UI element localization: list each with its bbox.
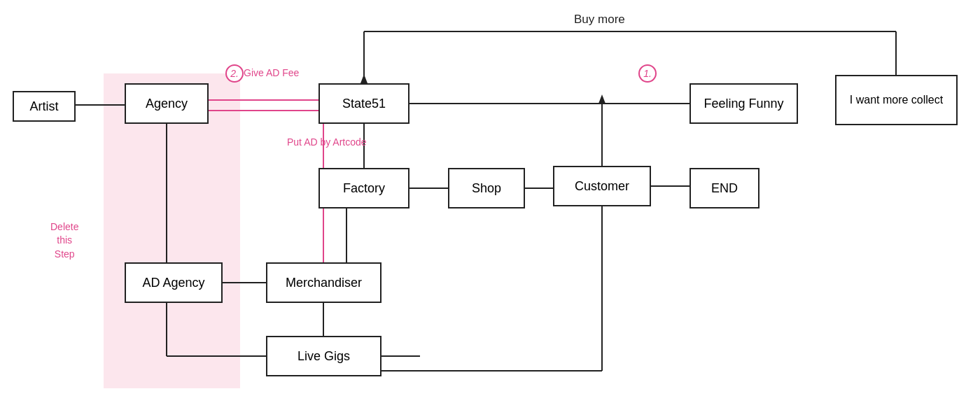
agency-node: Agency xyxy=(125,83,209,124)
buy-more-label: Buy more xyxy=(574,13,625,27)
give-ad-fee-label: Give AD Fee xyxy=(244,67,299,78)
customer-node: Customer xyxy=(553,166,651,206)
diagram: Agency (double arrow) --> State51 (pink … xyxy=(0,0,980,396)
put-ad-label: Put AD by Artcode xyxy=(287,136,367,148)
factory-node: Factory xyxy=(318,168,410,208)
delete-step-label: Delete this Step xyxy=(50,206,78,261)
circle-2-label: 2. xyxy=(225,64,244,83)
state51-node: State51 xyxy=(318,83,410,124)
live-gigs-node: Live Gigs xyxy=(266,336,382,376)
svg-marker-18 xyxy=(598,94,606,104)
artist-node: Artist xyxy=(13,91,76,122)
shop-node: Shop xyxy=(448,168,525,208)
circle-1-label: 1. xyxy=(638,64,657,83)
end-node: END xyxy=(690,168,760,208)
feeling-funny-node: Feeling Funny xyxy=(690,83,798,124)
merchandiser-node: Merchandiser xyxy=(266,262,382,303)
svg-marker-38 xyxy=(360,74,368,83)
ad-agency-node: AD Agency xyxy=(125,262,223,303)
i-want-more-node: I want more collect xyxy=(835,75,958,125)
